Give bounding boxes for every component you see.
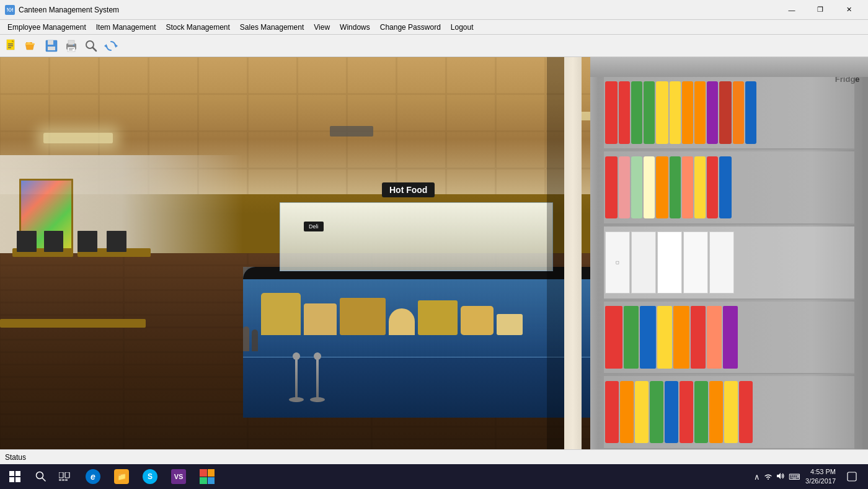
fridge-item-purple-1	[707, 81, 718, 144]
keyboard-icon[interactable]: ⌨	[789, 472, 800, 482]
fridge-frame-right	[862, 57, 868, 449]
menu-stock-management[interactable]: Stock Management	[161, 22, 234, 33]
svg-rect-13	[68, 47, 75, 52]
menu-sales-management[interactable]: Sales Management	[235, 22, 309, 33]
taskbar-file-explorer[interactable]: 📁	[108, 464, 135, 489]
svg-rect-10	[53, 40, 55, 43]
person-2	[252, 330, 258, 351]
tray-expand-icon[interactable]: ∧	[754, 472, 760, 482]
svg-rect-5	[8, 47, 11, 48]
fridge-item-s2-9	[707, 156, 718, 219]
door-shadow	[547, 57, 564, 449]
deli-sign: Deli	[304, 222, 324, 231]
open-button[interactable]	[22, 37, 41, 55]
fridge-white-pack-3	[657, 231, 682, 294]
fridge-white-pack-4	[683, 231, 708, 294]
svg-rect-12	[68, 40, 74, 45]
title-bar-left: 🍽 Canteen Management System	[5, 5, 119, 15]
minimize-button[interactable]: —	[777, 0, 806, 20]
cortana-search[interactable]	[30, 464, 52, 489]
taskbar-pinned-apps: e 📁 S VS	[77, 464, 749, 489]
fridge-item-s2-10	[719, 156, 732, 219]
windows-quad-3	[9, 477, 14, 482]
menu-view[interactable]: View	[309, 22, 335, 33]
svg-marker-20	[104, 44, 107, 48]
window-controls: — ❐ ✕	[777, 0, 863, 20]
clock-date: 3/26/2017	[805, 477, 836, 486]
menu-employee-management[interactable]: Employee Management	[2, 22, 91, 33]
window-title: Canteen Management System	[19, 6, 119, 14]
svg-rect-29	[59, 479, 61, 481]
fridge-item-s4-1	[605, 306, 622, 369]
taskbar-visual-studio[interactable]: VS	[165, 464, 192, 489]
menu-item-management[interactable]: Item Management	[91, 22, 161, 33]
table-3	[0, 319, 146, 328]
svg-rect-16	[73, 44, 74, 45]
system-clock[interactable]: 4:53 PM 3/26/2017	[805, 467, 836, 487]
menu-logout[interactable]: Logout	[446, 22, 479, 33]
fridge-item-s5-4	[650, 381, 663, 444]
app-icon: 🍽	[5, 5, 15, 15]
seating-area	[0, 222, 243, 398]
fridge-item-s5-9	[724, 381, 738, 444]
stanchion-base-1	[289, 397, 304, 402]
wifi-icon[interactable]	[764, 472, 773, 482]
stanchion-1	[295, 352, 298, 402]
fridge-item-blue-1	[745, 81, 756, 144]
menu-windows[interactable]: Windows	[335, 22, 375, 33]
print-button[interactable]	[62, 37, 81, 55]
fridge-item-orange-1	[682, 81, 693, 144]
fridge-white-pack-1: ◻	[605, 231, 630, 294]
fridge-item-s5-8	[709, 381, 723, 444]
system-tray: ∧ ⌨ 4:53 PM 3/26/2017	[749, 464, 868, 489]
taskbar-internet-explorer[interactable]: e	[79, 464, 107, 489]
refresh-icon	[104, 39, 118, 53]
fridge-item-green-2	[644, 81, 655, 144]
display-fridge: Display Fridge	[590, 57, 868, 449]
fridge-white-pack-2	[631, 231, 656, 294]
fridge-item-s5-1	[605, 381, 619, 444]
save-button[interactable]	[42, 37, 61, 55]
ceiling-light-left	[43, 133, 113, 144]
fridge-shelf-5	[604, 376, 854, 449]
menu-change-password[interactable]: Change Password	[375, 22, 446, 33]
fridge-frame-left	[590, 57, 598, 449]
notification-icon	[847, 472, 857, 482]
chair-1	[17, 231, 36, 252]
print-icon	[64, 39, 78, 53]
svg-rect-9	[48, 47, 55, 50]
canteen-background: Hot Food Deli Display Fridge	[0, 57, 868, 449]
fridge-item-green-1	[631, 81, 642, 144]
ceiling-vent	[330, 126, 373, 137]
person-1	[243, 326, 249, 351]
close-button[interactable]: ✕	[835, 0, 863, 20]
tile-quad-3	[200, 477, 207, 485]
notification-center-button[interactable]	[841, 464, 863, 489]
fridge-item-s2-6	[670, 156, 681, 219]
svg-rect-4	[8, 45, 13, 47]
search-button[interactable]	[82, 37, 100, 55]
tray-icons: ∧ ⌨	[754, 472, 800, 482]
task-view-button[interactable]	[52, 464, 77, 489]
taskbar-skype[interactable]: S	[136, 464, 164, 489]
fridge-item-s5-6	[680, 381, 693, 444]
fridge-item-s2-1	[605, 156, 618, 219]
windows-quad-4	[16, 477, 20, 482]
refresh-button[interactable]	[102, 37, 120, 55]
fridge-item-yellow-2	[670, 81, 681, 144]
fridge-item-orange-2	[694, 81, 706, 144]
counter-top-glass	[280, 202, 553, 271]
start-button[interactable]	[0, 464, 30, 489]
chair-4	[107, 231, 126, 252]
new-button[interactable]	[2, 37, 21, 55]
svg-rect-30	[62, 479, 64, 481]
queue-stanchions	[295, 352, 319, 402]
maximize-button[interactable]: ❐	[806, 0, 835, 20]
fridge-item-s2-4	[644, 156, 655, 219]
fridge-shelf-4	[604, 302, 854, 375]
status-label: Status	[5, 453, 26, 462]
fridge-item-s2-3	[631, 156, 642, 219]
volume-icon[interactable]	[776, 472, 785, 482]
taskbar-tiles-app[interactable]	[193, 464, 221, 489]
fridge-white-pack-5	[709, 231, 734, 294]
